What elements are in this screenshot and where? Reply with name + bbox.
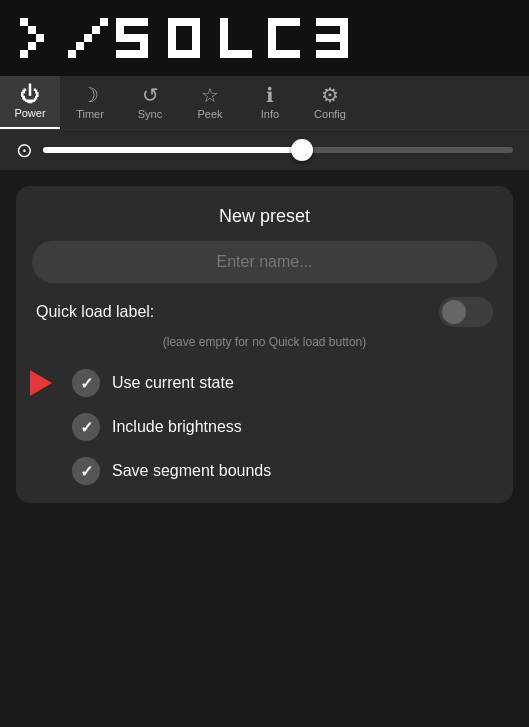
checkbox-use-current: ✓ Use current state xyxy=(68,367,497,399)
timer-icon: ☽ xyxy=(81,85,99,105)
tab-timer-label: Timer xyxy=(76,108,104,120)
checkmark-icon: ✓ xyxy=(80,374,93,393)
svg-rect-0 xyxy=(20,18,28,26)
svg-rect-1 xyxy=(28,26,36,34)
tab-info[interactable]: ℹ Info xyxy=(240,76,300,129)
tab-config[interactable]: ⚙ Config xyxy=(300,76,360,129)
checkbox-save-segment: ✓ Save segment bounds xyxy=(68,455,497,487)
checkmark-icon: ✓ xyxy=(80,462,93,481)
svg-rect-12 xyxy=(116,34,148,42)
preset-name-input[interactable] xyxy=(32,241,497,283)
brightness-slider[interactable] xyxy=(43,147,513,153)
arrow-icon xyxy=(30,370,52,396)
checkbox-use-current-control[interactable]: ✓ xyxy=(72,369,100,397)
quick-load-toggle[interactable] xyxy=(439,297,493,327)
tab-info-label: Info xyxy=(261,108,279,120)
tab-sync-label: Sync xyxy=(138,108,162,120)
svg-rect-8 xyxy=(92,26,100,34)
logo-area xyxy=(0,0,529,76)
svg-rect-7 xyxy=(84,34,92,42)
preset-card: New preset Quick load label: (leave empt… xyxy=(16,186,513,503)
brightness-icon: ⊙ xyxy=(16,138,33,162)
tab-sync[interactable]: ↺ Sync xyxy=(120,76,180,129)
info-icon: ℹ xyxy=(266,85,274,105)
tab-peek-label: Peek xyxy=(197,108,222,120)
slider-fill xyxy=(43,147,302,153)
checkbox-include-brightness-label: Include brightness xyxy=(112,418,242,436)
svg-rect-23 xyxy=(268,50,300,58)
nav-tabs: ⏻ Power ☽ Timer ↺ Sync ☆ Peek ℹ Info ⚙ C… xyxy=(0,76,529,130)
checkbox-list: ✓ Use current state ✓ Include brightness… xyxy=(32,367,497,487)
main-content: New preset Quick load label: (leave empt… xyxy=(0,170,529,519)
svg-rect-18 xyxy=(168,50,200,58)
checkbox-include-brightness: ✓ Include brightness xyxy=(68,411,497,443)
tab-config-label: Config xyxy=(314,108,346,120)
svg-rect-5 xyxy=(68,50,76,58)
highlight-arrow xyxy=(30,370,52,396)
toggle-knob xyxy=(442,300,466,324)
svg-rect-26 xyxy=(316,34,348,42)
quick-load-hint: (leave empty for no Quick load button) xyxy=(32,335,497,349)
tab-peek[interactable]: ☆ Peek xyxy=(180,76,240,129)
svg-rect-2 xyxy=(36,34,44,42)
svg-rect-11 xyxy=(116,18,124,34)
tab-power[interactable]: ⏻ Power xyxy=(0,76,60,129)
checkbox-include-brightness-control[interactable]: ✓ xyxy=(72,413,100,441)
brightness-row: ⊙ xyxy=(0,130,529,170)
config-icon: ⚙ xyxy=(321,85,339,105)
power-icon: ⏻ xyxy=(20,84,40,104)
svg-rect-6 xyxy=(76,42,84,50)
svg-rect-28 xyxy=(316,50,348,58)
logo-svg xyxy=(10,10,490,70)
checkbox-use-current-label: Use current state xyxy=(112,374,234,392)
slider-thumb[interactable] xyxy=(291,139,313,161)
quick-load-label: Quick load label: xyxy=(36,303,154,321)
svg-rect-20 xyxy=(220,50,252,58)
card-title: New preset xyxy=(32,206,497,227)
svg-rect-9 xyxy=(100,18,108,26)
svg-rect-14 xyxy=(116,50,148,58)
checkmark-icon: ✓ xyxy=(80,418,93,437)
quick-load-row: Quick load label: xyxy=(32,297,497,327)
peek-icon: ☆ xyxy=(201,85,219,105)
checkbox-save-segment-control[interactable]: ✓ xyxy=(72,457,100,485)
tab-power-label: Power xyxy=(14,107,45,119)
svg-rect-4 xyxy=(20,50,28,58)
svg-rect-3 xyxy=(28,42,36,50)
checkbox-save-segment-label: Save segment bounds xyxy=(112,462,271,480)
tab-timer[interactable]: ☽ Timer xyxy=(60,76,120,129)
sync-icon: ↺ xyxy=(142,85,159,105)
